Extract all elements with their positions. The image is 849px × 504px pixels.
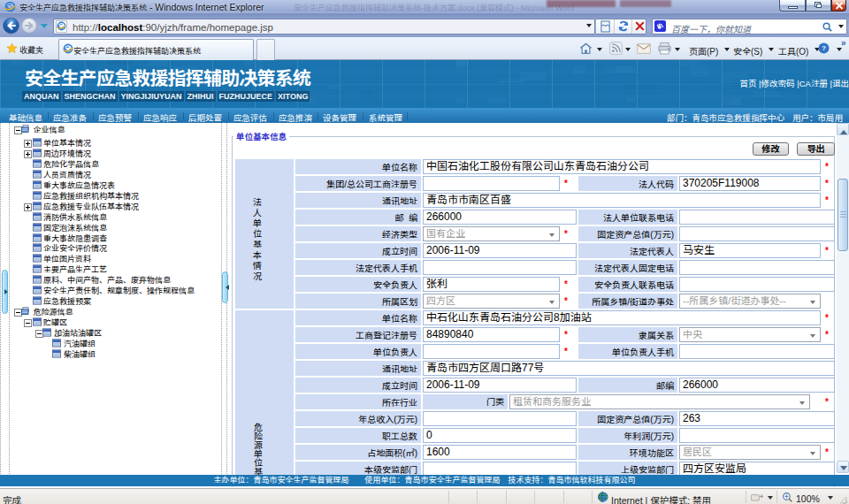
svg-text:?: ? [822, 44, 826, 52]
